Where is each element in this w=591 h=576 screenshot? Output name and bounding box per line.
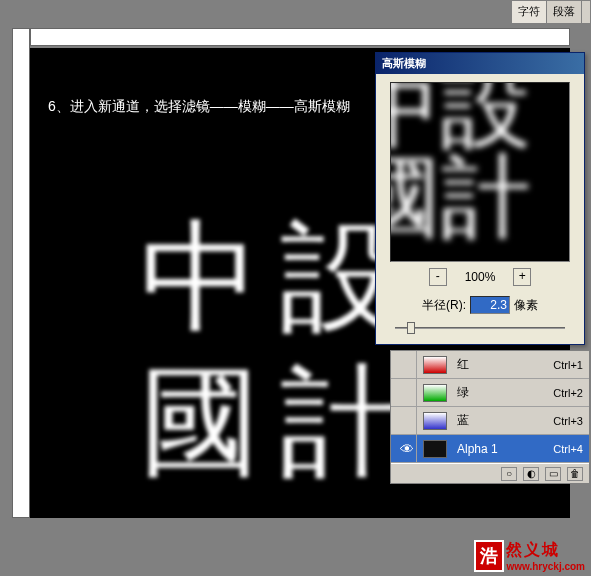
char-4: 計 — [270, 363, 410, 508]
radius-unit: 像素 — [514, 297, 538, 314]
visibility-icon[interactable] — [397, 407, 417, 434]
preview-box[interactable]: 中設國計 — [390, 82, 570, 262]
radius-slider[interactable] — [395, 320, 565, 336]
visibility-icon[interactable]: 👁 — [397, 435, 417, 462]
new-channel-icon[interactable]: ▭ — [545, 467, 561, 481]
channel-row-0[interactable]: 红Ctrl+1 — [391, 351, 589, 379]
channel-thumb — [423, 356, 447, 374]
zoom-value: 100% — [465, 270, 496, 284]
calligraphy-text: 中 設 國 計 — [130, 218, 410, 508]
gaussian-blur-dialog: 高斯模糊 中設國計 - 100% + 半径(R): 像素 — [375, 52, 585, 345]
visibility-icon[interactable] — [397, 351, 417, 378]
channel-shortcut: Ctrl+3 — [553, 415, 583, 427]
dialog-title: 高斯模糊 — [376, 53, 584, 74]
watermark-text: 然义城 — [506, 540, 585, 561]
channel-shortcut: Ctrl+4 — [553, 443, 583, 455]
channel-name: 蓝 — [453, 412, 553, 429]
load-selection-icon[interactable]: ○ — [501, 467, 517, 481]
channel-shortcut: Ctrl+2 — [553, 387, 583, 399]
channel-shortcut: Ctrl+1 — [553, 359, 583, 371]
channel-thumb — [423, 412, 447, 430]
watermark-badge: 浩 — [474, 540, 504, 572]
radius-input[interactable] — [470, 296, 510, 314]
channel-thumb — [423, 384, 447, 402]
channel-row-2[interactable]: 蓝Ctrl+3 — [391, 407, 589, 435]
radius-label: 半径(R): — [422, 297, 466, 314]
delete-channel-icon[interactable]: 🗑 — [567, 467, 583, 481]
visibility-icon[interactable] — [397, 379, 417, 406]
palette-tabs: 字符 段落 — [511, 0, 591, 24]
channel-thumb — [423, 440, 447, 458]
channel-name: 红 — [453, 356, 553, 373]
preview-content: 中設國計 — [390, 82, 531, 243]
slider-handle[interactable] — [407, 322, 415, 334]
channel-row-3[interactable]: 👁Alpha 1Ctrl+4 — [391, 435, 589, 463]
watermark-url: www.hryckj.com — [506, 561, 585, 572]
channel-name: 绿 — [453, 384, 553, 401]
save-selection-icon[interactable]: ◐ — [523, 467, 539, 481]
channel-name: Alpha 1 — [453, 442, 553, 456]
watermark: 浩 然义城 www.hryckj.com — [474, 540, 585, 572]
char-1: 中 — [130, 218, 270, 363]
zoom-in-button[interactable]: + — [513, 268, 531, 286]
char-3: 國 — [130, 363, 270, 508]
ruler-horizontal — [30, 28, 570, 46]
tab-paragraph[interactable]: 段落 — [547, 1, 582, 23]
channels-footer: ○ ◐ ▭ 🗑 — [391, 463, 589, 483]
zoom-out-button[interactable]: - — [429, 268, 447, 286]
channel-row-1[interactable]: 绿Ctrl+2 — [391, 379, 589, 407]
tab-character[interactable]: 字符 — [512, 1, 547, 23]
channels-panel: 红Ctrl+1绿Ctrl+2蓝Ctrl+3👁Alpha 1Ctrl+4 ○ ◐ … — [390, 350, 590, 484]
ruler-vertical — [12, 28, 30, 518]
